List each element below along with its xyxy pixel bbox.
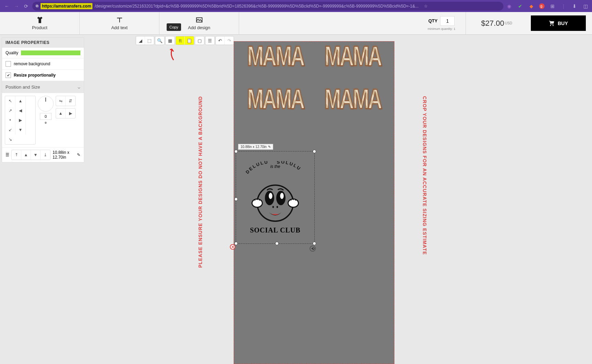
panel-title: IMAGE PROPERTIES [2,37,84,48]
quantity-box: QTY minimum quantity: 1 [417,12,466,34]
ext-icon-1[interactable]: ◉ [506,3,512,9]
right-warning-text: CROP YOUR DESIGNS FOR AN ACCURATE SIZING… [422,96,427,255]
ext-icon-4[interactable]: g. [539,3,545,9]
rotation-dial[interactable] [38,96,54,112]
mirror-v[interactable]: ▶ [66,109,75,118]
address-bar[interactable]: ⧉ https://amstransfers.com/designer/cust… [32,2,503,11]
handle-bl[interactable] [234,242,238,245]
reload-button[interactable]: ⟳ [23,3,30,10]
mama-text-3[interactable]: MAMA [247,83,303,115]
svg-point-7 [280,193,284,199]
image-icon [196,16,203,24]
select-tool[interactable]: ⬚ [145,36,154,45]
browser-chrome: ← → ⟳ ⧉ https://amstransfers.com/designe… [0,0,592,12]
rotate-selection-icon[interactable]: ⟲ [310,246,316,252]
mirror-h[interactable]: ▲ [56,109,66,118]
sidepanel-icon[interactable]: ◫ [582,3,589,9]
selection-size-badge[interactable]: 10.88in x 12.70in ✎ [238,144,273,150]
mama-text-1[interactable]: MAMA [247,40,303,72]
rotation-input[interactable] [40,113,52,120]
download-icon[interactable]: ⬇ [571,3,578,9]
arc-text-solulu: SOLULU [277,161,302,172]
align-tl[interactable]: ↖ [5,96,15,106]
ext-icon-2[interactable]: ✔ [517,3,523,9]
layer-front[interactable]: ⤒ [12,150,21,160]
extensions-icon[interactable]: ⊞ [549,3,556,9]
handle-mb[interactable] [275,242,279,245]
svg-text:DELULU: DELULU [245,161,269,175]
redo-tool[interactable]: ↷ [225,36,234,45]
url-domain: https://amstransfers.com [41,3,92,9]
bounds-tool[interactable]: ▢ [195,36,204,45]
flip-vertical[interactable]: ⇵ [66,96,75,106]
price-currency: USD [505,21,512,25]
handle-tr[interactable] [313,150,316,153]
copy-tool[interactable]: ⎘ [176,36,185,45]
handle-tl[interactable] [234,150,238,153]
remove-bg-row[interactable]: remove background [2,58,84,70]
position-size-header[interactable]: Position and Size ⌵ [2,81,84,93]
selected-design[interactable]: DELULU SOLULU is the SOCIAL CLUB [236,151,314,243]
align-br[interactable]: ↘ [5,135,15,144]
edit-dims-icon[interactable]: ✎ [77,152,80,157]
layer-up[interactable]: ▲ [21,150,31,160]
resize-prop-checkbox[interactable] [5,72,11,78]
delete-selection-icon[interactable]: ✕ [230,244,235,250]
svg-point-6 [269,193,272,199]
product-tool[interactable]: Product [0,12,80,34]
align-tr[interactable]: ↗ [5,106,15,115]
selection-size-text: 10.88in x 12.70in [241,145,267,149]
flip-horizontal[interactable]: ⇋ [56,96,66,106]
align-center[interactable]: • [5,115,15,125]
undo-tool[interactable]: ↶ [216,36,225,45]
layer-back[interactable]: ⤓ [41,150,50,160]
layers-icon[interactable]: ☰ [5,152,9,157]
handle-br[interactable] [313,242,316,245]
min-qty-text: minimum quantity: 1 [428,27,456,31]
mama-row-1: MAMA MAMA [234,42,394,67]
align-bl[interactable]: ↙ [5,125,15,135]
svg-point-8 [272,206,274,208]
arc-text-svg: DELULU SOLULU is the [241,161,310,175]
quality-row: Quality [2,48,84,58]
selection-box[interactable]: 10.88in x 12.70in ✎ ✕ ⟲ DELULU SOLULU is… [236,151,315,244]
qty-input[interactable] [440,16,455,26]
product-label: Product [32,25,47,30]
add-text-tool[interactable]: Add text [80,12,159,34]
align-left[interactable]: ◀ [15,106,26,115]
mama-text-4[interactable]: MAMA [324,83,381,115]
fill-tool[interactable]: ◢ [136,36,145,45]
svg-text:SOLULU: SOLULU [277,161,302,172]
align-right[interactable]: ▶ [15,115,26,125]
resize-prop-row[interactable]: Resize proportionally [2,70,84,81]
handle-ml[interactable] [234,197,238,201]
chevron-down-icon: ⌵ [78,84,80,90]
svg-point-11 [288,199,299,207]
toolbar-spacer [239,12,417,34]
resize-prop-label: Resize proportionally [14,73,56,78]
paste-tool[interactable]: 📋 [185,36,194,45]
bookmark-star-icon[interactable]: ☆ [424,4,428,9]
mama-text-2[interactable]: MAMA [324,40,381,72]
text-icon [116,16,123,24]
buy-button[interactable]: BUY [531,15,586,31]
layer-down[interactable]: ▼ [31,150,41,160]
forward-button[interactable]: → [13,3,20,10]
layers-tool[interactable]: ☰ [205,36,214,45]
zoom-tool[interactable]: 🔍 [155,36,164,45]
back-button[interactable]: ← [3,3,10,10]
grid-tool[interactable]: ▦ [166,36,175,45]
site-info-icon[interactable]: ⧉ [36,4,38,8]
add-text-label: Add text [111,25,128,30]
tshirt-icon [36,16,44,24]
ext-icon-3[interactable]: ◆ [528,3,534,9]
remove-bg-checkbox[interactable] [5,61,11,67]
dimensions-row: ☰ ⤒ ▲ ▼ ⤓ 10.88in x 12.70in ✎ [2,147,84,162]
align-up[interactable]: ▲ [15,96,26,106]
price-display: $27.00USD [466,12,527,34]
canvas-toolbar: ◢ ⬚ 🔍 ▦ ⎘ 📋 ▢ ☰ ↶ ↷ [136,36,234,45]
edit-size-icon[interactable]: ✎ [268,145,271,149]
align-down[interactable]: ▼ [15,125,26,135]
cartoon-face-icon [249,175,301,226]
position-tools: ↖ ▲ ↗ ◀ • ▶ ↙ ▼ ↘ ° ⇋ ⇵ ▲ ▶ [2,93,84,147]
